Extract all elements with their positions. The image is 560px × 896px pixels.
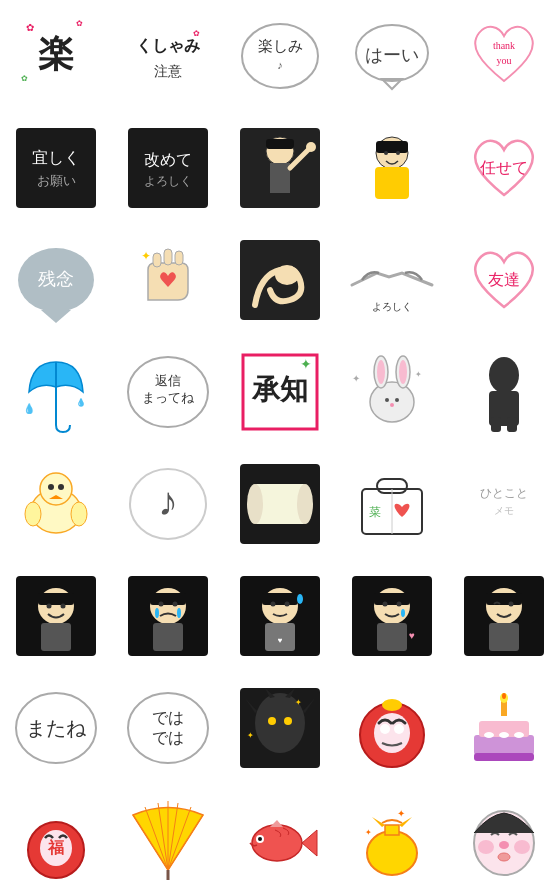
- svg-text:楽しみ: 楽しみ: [258, 38, 303, 54]
- svg-text:✦: ✦: [352, 373, 360, 384]
- svg-rect-28: [375, 167, 409, 199]
- svg-text:返信: 返信: [155, 373, 181, 388]
- sticker-35[interactable]: [448, 672, 560, 784]
- svg-text:任せて: 任せて: [479, 159, 528, 176]
- sticker-12[interactable]: ✦: [112, 224, 224, 336]
- svg-text:💧: 💧: [23, 402, 36, 415]
- sticker-2[interactable]: くしゃみ 注意 ✿: [112, 0, 224, 112]
- svg-point-135: [394, 724, 404, 734]
- svg-point-113: [401, 609, 405, 617]
- sticker-39[interactable]: ✦ ✦: [336, 784, 448, 896]
- svg-rect-91: [41, 623, 71, 651]
- svg-point-98: [177, 608, 181, 618]
- svg-rect-114: [377, 623, 407, 651]
- svg-rect-26: [266, 139, 294, 149]
- svg-rect-99: [153, 623, 183, 651]
- sticker-30[interactable]: [448, 560, 560, 672]
- sticker-40[interactable]: [448, 784, 560, 896]
- sticker-37[interactable]: [112, 784, 224, 896]
- sticker-3[interactable]: 楽しみ ♪: [224, 0, 336, 112]
- svg-point-160: [367, 831, 417, 875]
- sticker-5[interactable]: thank you: [448, 0, 560, 112]
- svg-text:福: 福: [47, 838, 64, 856]
- svg-text:♪: ♪: [277, 59, 283, 71]
- svg-point-95: [159, 602, 164, 607]
- sticker-20[interactable]: [448, 336, 560, 448]
- svg-point-31: [396, 151, 400, 155]
- svg-point-30: [384, 151, 388, 155]
- svg-rect-94: [150, 593, 186, 605]
- svg-text:✿: ✿: [76, 19, 83, 28]
- sticker-19[interactable]: ✦ ✦: [336, 336, 448, 448]
- sticker-21[interactable]: [0, 448, 112, 560]
- sticker-1[interactable]: 楽 ✿ ✿ ✿: [0, 0, 112, 112]
- svg-rect-118: [486, 593, 522, 605]
- sticker-29[interactable]: ♥: [336, 560, 448, 672]
- sticker-15[interactable]: 友達: [448, 224, 560, 336]
- svg-text:友達: 友達: [488, 271, 520, 288]
- sticker-6[interactable]: 宜しく お願い: [0, 112, 112, 224]
- sticker-33[interactable]: ✦ ✦: [224, 672, 336, 784]
- svg-text:you: you: [497, 55, 512, 66]
- sticker-14[interactable]: よろしく: [336, 224, 448, 336]
- svg-rect-161: [385, 825, 399, 835]
- svg-text:残念: 残念: [38, 269, 74, 289]
- svg-rect-145: [474, 753, 534, 761]
- svg-point-96: [173, 602, 178, 607]
- svg-text:宜しく: 宜しく: [32, 149, 80, 166]
- svg-point-97: [155, 608, 159, 618]
- svg-text:承知: 承知: [251, 374, 308, 405]
- sticker-31[interactable]: またね: [0, 672, 112, 784]
- sticker-26[interactable]: [0, 560, 112, 672]
- sticker-34[interactable]: [336, 672, 448, 784]
- svg-text:✿: ✿: [26, 22, 34, 33]
- sticker-28[interactable]: ♥: [224, 560, 336, 672]
- svg-point-144: [514, 732, 524, 738]
- sticker-27[interactable]: [112, 560, 224, 672]
- sticker-18[interactable]: 承知 ✦: [224, 336, 336, 448]
- sticker-17[interactable]: 返信 まってね: [112, 336, 224, 448]
- svg-text:✦: ✦: [365, 828, 372, 837]
- svg-point-25: [306, 142, 316, 152]
- sticker-10[interactable]: 任せて: [448, 112, 560, 224]
- svg-rect-23: [270, 163, 290, 193]
- svg-rect-38: [175, 251, 183, 265]
- svg-point-53: [370, 382, 414, 422]
- svg-text:では: では: [152, 729, 184, 746]
- svg-rect-120: [489, 623, 519, 651]
- sticker-16[interactable]: 💧 💧: [0, 336, 112, 448]
- sticker-13[interactable]: [224, 224, 336, 336]
- svg-rect-102: [262, 593, 298, 605]
- svg-rect-88: [38, 593, 74, 605]
- svg-point-79: [297, 484, 313, 524]
- svg-point-143: [499, 732, 509, 738]
- sticker-22[interactable]: ♪: [112, 448, 224, 560]
- svg-text:💧: 💧: [76, 397, 86, 407]
- svg-point-139: [502, 693, 506, 699]
- svg-point-167: [499, 841, 509, 849]
- sticker-25[interactable]: ひとこと メモ: [448, 448, 560, 560]
- sticker-9[interactable]: [336, 112, 448, 224]
- sticker-11[interactable]: 残念: [0, 224, 112, 336]
- svg-text:✿: ✿: [193, 29, 200, 38]
- sticker-23[interactable]: [224, 448, 336, 560]
- svg-text:ひとこと: ひとこと: [480, 486, 528, 500]
- svg-point-72: [25, 502, 41, 526]
- sticker-4[interactable]: はーい: [336, 0, 448, 112]
- sticker-24[interactable]: 菜: [336, 448, 448, 560]
- sticker-38[interactable]: [224, 784, 336, 896]
- svg-text:✦: ✦: [295, 698, 302, 707]
- svg-rect-65: [491, 417, 501, 432]
- svg-point-111: [383, 602, 388, 607]
- svg-point-105: [297, 594, 303, 604]
- sticker-8[interactable]: [224, 112, 336, 224]
- sticker-7[interactable]: 改めて よろしく: [112, 112, 224, 224]
- svg-text:楽: 楽: [38, 34, 74, 74]
- svg-text:✿: ✿: [21, 74, 28, 83]
- svg-point-89: [47, 604, 52, 609]
- svg-text:✦: ✦: [415, 370, 422, 379]
- sticker-32[interactable]: では では: [112, 672, 224, 784]
- svg-point-128: [268, 717, 276, 725]
- sticker-36[interactable]: 福: [0, 784, 112, 896]
- svg-point-59: [395, 398, 399, 402]
